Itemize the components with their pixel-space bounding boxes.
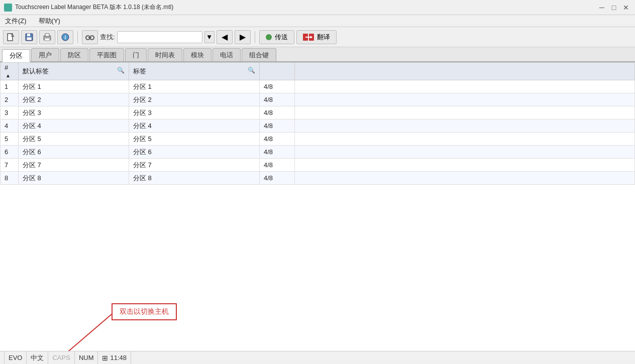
cell-num: 7 xyxy=(1,159,19,172)
print-button[interactable] xyxy=(39,30,55,44)
svg-rect-3 xyxy=(27,37,32,40)
cell-rest xyxy=(295,159,635,172)
svg-rect-13 xyxy=(90,35,92,37)
search-dropdown-button[interactable]: ▼ xyxy=(204,31,215,43)
cell-num: 6 xyxy=(1,146,19,159)
title-bar-controls: ─ □ ✕ xyxy=(597,3,631,13)
svg-rect-11 xyxy=(88,37,91,38)
tab-phone[interactable]: 电话 xyxy=(213,48,241,61)
cell-default-label: 分区 4 xyxy=(19,119,129,133)
cell-default-label: 分区 8 xyxy=(19,172,129,185)
data-table: # ▲ 默认标签 🔍 标签 🔍 1 分区 1 分区 1 4/8 2 分区 2 xyxy=(0,62,635,185)
table-row[interactable]: 3 分区 3 分区 3 4/8 xyxy=(1,106,635,119)
translate-button[interactable]: 翻译 xyxy=(296,30,337,44)
cell-default-label: 分区 6 xyxy=(19,146,129,159)
svg-rect-2 xyxy=(27,34,30,36)
sort-arrow: ▲ xyxy=(6,73,11,78)
col-header-num[interactable]: # ▲ xyxy=(1,63,19,80)
title-bar-left: Touchscreen Label Manager BETA 版本 1.0.18… xyxy=(4,3,173,12)
search-input[interactable] xyxy=(117,31,202,43)
svg-text:i: i xyxy=(65,35,66,40)
transmit-button[interactable]: 传送 xyxy=(259,30,294,44)
status-evo: EVO xyxy=(4,351,27,364)
next-button[interactable]: ▶ xyxy=(235,30,251,44)
status-num: NUM xyxy=(75,351,98,364)
table-row[interactable]: 8 分区 8 分区 8 4/8 xyxy=(1,172,635,185)
cell-label: 分区 1 xyxy=(129,80,260,93)
close-button[interactable]: ✕ xyxy=(621,3,631,13)
cell-value: 4/8 xyxy=(260,93,295,106)
cell-label: 分区 6 xyxy=(129,146,260,159)
cell-label: 分区 5 xyxy=(129,133,260,146)
toolbar-sep-2 xyxy=(255,31,255,43)
translate-label: 翻译 xyxy=(317,33,330,42)
transmit-green-dot xyxy=(266,34,272,40)
cell-num: 8 xyxy=(1,172,19,185)
status-caps: CAPS xyxy=(48,351,74,364)
cell-num: 2 xyxy=(1,93,19,106)
cell-num: 3 xyxy=(1,106,19,119)
tab-user[interactable]: 用户 xyxy=(31,48,59,61)
title-bar: Touchscreen Label Manager BETA 版本 1.0.18… xyxy=(0,0,635,15)
prev-button[interactable]: ◀ xyxy=(217,30,233,44)
clock-icon: ⊞ xyxy=(102,354,108,362)
info-button[interactable]: i xyxy=(57,30,73,44)
cell-rest xyxy=(295,106,635,119)
status-lang: 中文 xyxy=(27,351,48,364)
cell-label: 分区 8 xyxy=(129,172,260,185)
table-row[interactable]: 4 分区 4 分区 4 4/8 xyxy=(1,119,635,133)
label-search-icon[interactable]: 🔍 xyxy=(248,67,255,74)
toolbar: i 查找: ▼ ◀ ▶ 传送 翻译 xyxy=(0,27,635,47)
cell-rest xyxy=(295,172,635,185)
default-label-search-icon[interactable]: 🔍 xyxy=(117,67,125,74)
table-row[interactable]: 1 分区 1 分区 1 4/8 xyxy=(1,80,635,93)
col-header-value xyxy=(260,63,295,80)
menu-bar: 文件(Z) 帮助(Y) xyxy=(0,15,635,27)
menu-help[interactable]: 帮助(Y) xyxy=(37,16,62,27)
table-row[interactable]: 2 分区 2 分区 2 4/8 xyxy=(1,93,635,106)
table-row[interactable]: 7 分区 7 分区 7 4/8 xyxy=(1,159,635,172)
translate-icon xyxy=(303,34,314,41)
tab-security[interactable]: 防区 xyxy=(60,48,88,61)
callout-box: 双击以切换主机 xyxy=(112,303,177,320)
tab-schedule[interactable]: 时间表 xyxy=(148,48,182,61)
cell-rest xyxy=(295,93,635,106)
cell-value: 4/8 xyxy=(260,146,295,159)
minimize-button[interactable]: ─ xyxy=(597,3,607,13)
cell-label: 分区 4 xyxy=(129,119,260,133)
cell-num: 1 xyxy=(1,80,19,93)
cell-value: 4/8 xyxy=(260,106,295,119)
cell-rest xyxy=(295,119,635,133)
search-label: 查找: xyxy=(100,33,115,42)
save-button[interactable] xyxy=(21,30,37,44)
tabs-bar: 分区 用户 防区 平面图 门 时间表 模块 电话 组合键 xyxy=(0,47,635,62)
cell-default-label: 分区 1 xyxy=(19,80,129,93)
cell-default-label: 分区 5 xyxy=(19,133,129,146)
tab-floorplan[interactable]: 平面图 xyxy=(89,48,124,61)
tab-door[interactable]: 门 xyxy=(125,48,147,61)
table-row[interactable]: 6 分区 6 分区 6 4/8 xyxy=(1,146,635,159)
cell-default-label: 分区 3 xyxy=(19,106,129,119)
cell-label: 分区 7 xyxy=(129,159,260,172)
tab-zone[interactable]: 分区 xyxy=(2,49,30,62)
cell-value: 4/8 xyxy=(260,133,295,146)
tab-module[interactable]: 模块 xyxy=(183,48,211,61)
app-icon xyxy=(4,4,12,12)
svg-rect-6 xyxy=(45,38,50,41)
status-time: ⊞ 11:48 xyxy=(98,351,131,364)
menu-file[interactable]: 文件(Z) xyxy=(3,16,29,27)
table-header-row: # ▲ 默认标签 🔍 标签 🔍 xyxy=(1,63,635,80)
binoculars-button[interactable] xyxy=(82,30,98,44)
cell-rest xyxy=(295,146,635,159)
cell-rest xyxy=(295,133,635,146)
callout-text: 双击以切换主机 xyxy=(120,307,169,315)
new-button[interactable] xyxy=(3,30,19,44)
table-row[interactable]: 5 分区 5 分区 5 4/8 xyxy=(1,133,635,146)
cell-value: 4/8 xyxy=(260,80,295,93)
svg-line-18 xyxy=(19,314,112,351)
tab-shortcut[interactable]: 组合键 xyxy=(242,48,276,61)
maximize-button[interactable]: □ xyxy=(609,3,619,13)
cell-label: 分区 3 xyxy=(129,106,260,119)
transmit-label: 传送 xyxy=(275,33,288,42)
cell-num: 4 xyxy=(1,119,19,133)
